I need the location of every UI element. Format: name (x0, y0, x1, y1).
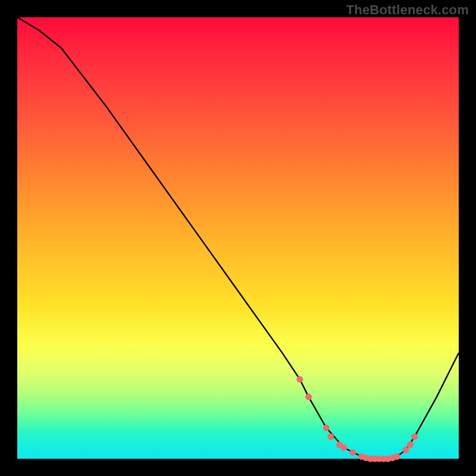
highlight-dot (349, 449, 356, 456)
curve-line (17, 17, 459, 459)
highlight-dot (323, 425, 330, 431)
highlight-dot (411, 433, 418, 440)
plot-svg (17, 17, 459, 459)
chart-frame: TheBottleneck.com (0, 0, 476, 476)
highlight-dot (327, 433, 334, 440)
highlight-dots (296, 376, 418, 462)
watermark-text: TheBottleneck.com (346, 2, 469, 18)
highlight-dot (394, 453, 400, 460)
highlight-dot (402, 447, 409, 453)
highlight-dot (305, 394, 312, 400)
plot-area (17, 17, 459, 459)
highlight-dot (296, 376, 303, 383)
highlight-dot (407, 441, 414, 448)
highlight-dot (341, 444, 347, 451)
